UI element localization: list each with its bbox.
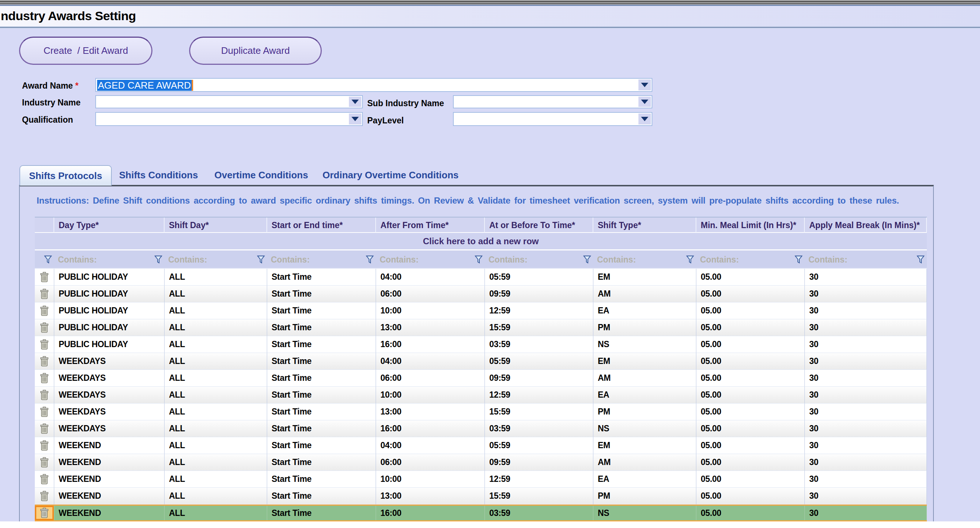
trash-icon xyxy=(40,272,49,283)
delete-row-button[interactable] xyxy=(35,285,54,303)
table-row[interactable]: WEEKDAYSALLStart Time06:0009:59AM05.0030 xyxy=(35,370,927,387)
delete-row-button[interactable] xyxy=(35,336,54,353)
cell-shift-type: EA xyxy=(593,303,696,319)
filter-funnel-icon[interactable] xyxy=(366,255,374,264)
pay-level-dropdown-button[interactable] xyxy=(638,114,651,125)
column-header-day-type[interactable]: Day Type* xyxy=(54,217,165,233)
delete-row-button[interactable] xyxy=(35,454,54,471)
filter-funnel-icon[interactable] xyxy=(44,255,52,264)
cell-shift-day: ALL xyxy=(165,336,267,353)
qualification-combobox[interactable] xyxy=(95,112,363,126)
duplicate-award-button[interactable]: Duplicate Award xyxy=(189,36,322,65)
delete-row-button[interactable] xyxy=(35,303,54,319)
table-row[interactable]: PUBLIC HOLIDAYALLStart Time06:0009:59AM0… xyxy=(35,285,927,303)
cell-after-from-time: 13:00 xyxy=(376,488,485,504)
delete-row-button[interactable] xyxy=(35,403,54,420)
cell-shift-day: ALL xyxy=(165,437,267,454)
tab-strip: Shifts ProtocolsShifts ConditionsOvertim… xyxy=(0,165,980,186)
table-row[interactable]: WEEKENDALLStart Time13:0015:59PM05.0030 xyxy=(35,488,927,504)
filter-operator-label: Contains: xyxy=(58,251,97,269)
table-row[interactable]: WEEKDAYSALLStart Time10:0012:59EA05.0030 xyxy=(35,387,927,403)
table-row[interactable]: PUBLIC HOLIDAYALLStart Time04:0005:59EM0… xyxy=(35,269,927,285)
table-row[interactable]: WEEKDAYSALLStart Time16:0003:59NS05.0030 xyxy=(35,420,927,437)
delete-row-button[interactable] xyxy=(35,319,54,336)
industry-name-combobox[interactable] xyxy=(95,95,363,108)
cell-day-type: WEEKEND xyxy=(54,437,165,454)
table-row[interactable]: WEEKENDALLStart Time06:0009:59AM05.0030 xyxy=(35,454,927,471)
table-row-selected[interactable]: WEEKENDALLStart Time16:0003:59NS05.0030 xyxy=(35,504,927,522)
filter-funnel-icon[interactable] xyxy=(154,255,162,264)
filter-funnel-icon[interactable] xyxy=(257,255,265,264)
trash-icon xyxy=(40,373,49,384)
table-row[interactable]: WEEKDAYSALLStart Time04:0005:59EM05.0030 xyxy=(35,353,927,370)
award-name-label: Award Name * xyxy=(22,81,78,91)
delete-row-button[interactable] xyxy=(35,353,54,370)
column-header-start-or-end-time[interactable]: Start or End time* xyxy=(267,217,376,233)
cell-at-or-before-to-time: 05:59 xyxy=(485,353,593,370)
cell-shift-type: EM xyxy=(593,353,696,370)
filter-funnel-icon[interactable] xyxy=(795,255,803,264)
filter-funnel-icon[interactable] xyxy=(916,255,925,264)
cell-shift-day: ALL xyxy=(165,370,267,387)
delete-row-button[interactable] xyxy=(35,269,54,285)
table-row[interactable]: WEEKENDALLStart Time04:0005:59EM05.0030 xyxy=(35,437,927,454)
filter-funnel-icon[interactable] xyxy=(583,255,591,264)
tab-ordinary-overtime-conditions[interactable]: Ordinary Overtime Conditions xyxy=(323,165,458,186)
cell-day-type: WEEKDAYS xyxy=(54,403,165,420)
cell-min-meal-limit: 05.00 xyxy=(696,285,805,303)
industry-name-dropdown-button[interactable] xyxy=(349,97,361,107)
delete-row-button[interactable] xyxy=(35,370,54,387)
table-row[interactable]: PUBLIC HOLIDAYALLStart Time13:0015:59PM0… xyxy=(35,319,927,336)
table-row[interactable]: WEEKENDALLStart Time10:0012:59EA05.0030 xyxy=(35,471,927,488)
cell-shift-day: ALL xyxy=(165,420,267,437)
table-row[interactable]: PUBLIC HOLIDAYALLStart Time16:0003:59NS0… xyxy=(35,336,927,353)
delete-row-button[interactable] xyxy=(35,387,54,403)
tab-overtime-conditions[interactable]: Overtime Conditions xyxy=(215,165,308,186)
award-name-combobox[interactable]: AGED CARE AWARD xyxy=(95,78,652,92)
delete-row-button[interactable] xyxy=(35,471,54,488)
filter-funnel-icon[interactable] xyxy=(686,255,694,264)
cell-at-or-before-to-time: 03:59 xyxy=(485,420,593,437)
cell-at-or-before-to-time: 05:59 xyxy=(485,269,593,285)
cell-shift-type: EM xyxy=(593,437,696,454)
trash-icon xyxy=(40,289,49,300)
sub-industry-name-combobox[interactable] xyxy=(453,95,652,108)
cell-after-from-time: 10:00 xyxy=(376,303,485,319)
cell-shift-day: ALL xyxy=(165,387,267,403)
cell-start-or-end-time: Start Time xyxy=(267,353,376,370)
column-header-after-from-time[interactable]: After From Time* xyxy=(376,217,485,233)
filter-cell-apply-meal-break: Contains: xyxy=(805,251,927,268)
cell-day-type: WEEKEND xyxy=(54,471,165,488)
cell-day-type: WEEKDAYS xyxy=(54,370,165,387)
add-new-row-button[interactable]: Click here to add a new row xyxy=(35,233,927,251)
filter-funnel-icon[interactable] xyxy=(475,255,483,264)
award-name-dropdown-button[interactable] xyxy=(638,79,651,90)
cell-at-or-before-to-time: 09:59 xyxy=(485,285,593,303)
cell-min-meal-limit: 05.00 xyxy=(696,420,805,437)
cell-at-or-before-to-time: 05:59 xyxy=(485,437,593,454)
industry-awards-setting-screen: ndustry Awards Setting Create / Edit Awa… xyxy=(0,0,980,528)
delete-row-button[interactable] xyxy=(35,506,54,520)
column-header-apply-meal-break[interactable]: Apply Meal Break (In Mins)* xyxy=(805,217,927,233)
column-header-shift-day[interactable]: Shift Day* xyxy=(165,217,267,233)
tab-shifts-conditions[interactable]: Shifts Conditions xyxy=(119,165,198,186)
tab-shifts-protocols[interactable]: Shifts Protocols xyxy=(19,165,112,186)
qualification-dropdown-button[interactable] xyxy=(349,114,361,125)
pay-level-combobox[interactable] xyxy=(453,112,652,126)
delete-row-button[interactable] xyxy=(35,420,54,437)
sub-industry-dropdown-button[interactable] xyxy=(638,97,651,107)
create-edit-award-button[interactable]: Create / Edit Award xyxy=(19,36,153,65)
table-row[interactable]: PUBLIC HOLIDAYALLStart Time10:0012:59EA0… xyxy=(35,303,927,319)
column-header-min-meal-limit[interactable]: Min. Meal Limit (In Hrs)* xyxy=(696,217,805,233)
column-header-at-or-before-to-time[interactable]: At or Before To Time* xyxy=(485,217,593,233)
cell-apply-meal-break: 30 xyxy=(805,454,927,471)
delete-row-button[interactable] xyxy=(35,437,54,454)
table-row[interactable]: WEEKDAYSALLStart Time13:0015:59PM05.0030 xyxy=(35,403,927,420)
filter-cell-shift-type: Contains: xyxy=(593,251,696,268)
trash-icon xyxy=(40,305,49,316)
cell-apply-meal-break: 30 xyxy=(805,387,927,403)
delete-row-button[interactable] xyxy=(35,488,54,504)
column-header-delete xyxy=(35,217,54,233)
column-header-shift-type[interactable]: Shift Type* xyxy=(593,217,696,233)
cell-start-or-end-time: Start Time xyxy=(267,269,376,285)
